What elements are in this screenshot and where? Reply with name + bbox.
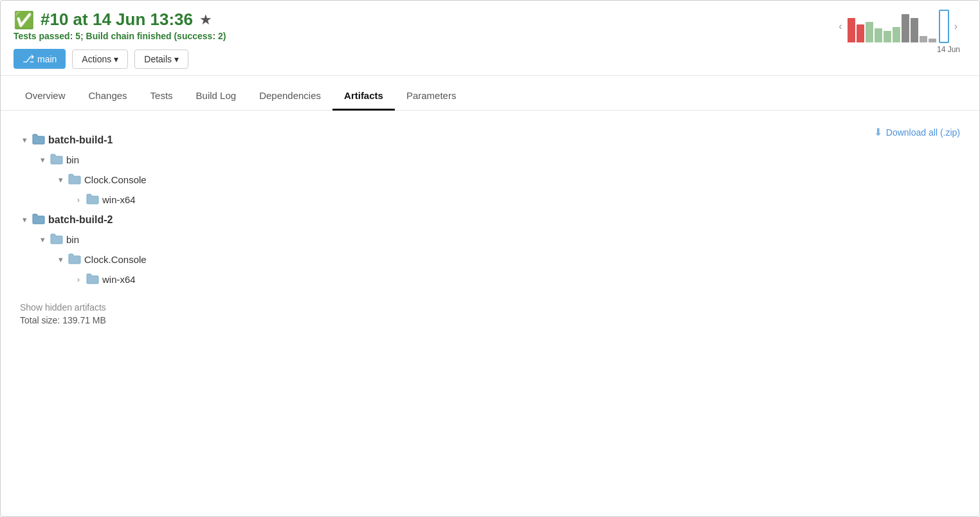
download-all-button[interactable]: ⬇ Download all (.zip) — [874, 126, 960, 138]
details-chevron-icon: ▾ — [174, 54, 179, 64]
tree-item: ▾ Clock.Console — [56, 170, 966, 190]
tree-item-label[interactable]: bin — [66, 234, 79, 245]
chart-bar — [920, 36, 927, 42]
folder-icon — [50, 153, 63, 167]
tab-changes[interactable]: Changes — [77, 82, 139, 111]
tab-parameters[interactable]: Parameters — [395, 82, 468, 111]
tree-item-label[interactable]: batch-build-2 — [48, 214, 113, 226]
chart-bar — [902, 14, 909, 42]
folder-icon — [32, 213, 45, 226]
chart-bar — [875, 28, 882, 42]
chart-bar — [866, 22, 873, 42]
actions-chevron-icon: ▾ — [114, 54, 118, 64]
tree-item-label[interactable]: Clock.Console — [84, 254, 147, 265]
chart-bar — [911, 18, 918, 42]
tab-dependencies[interactable]: Dependencies — [248, 82, 332, 111]
tabs-nav: OverviewChangesTestsBuild LogDependencie… — [1, 82, 979, 111]
chart-bar — [929, 39, 936, 42]
tree-chevron-icon[interactable]: ▾ — [20, 215, 29, 224]
tree-item: › win-x64 — [74, 190, 966, 210]
tree-chevron-icon[interactable]: ▾ — [56, 255, 65, 264]
folder-icon — [68, 253, 81, 266]
mini-chart: ‹ › 14 Jun — [836, 10, 960, 54]
tab-overview[interactable]: Overview — [14, 82, 77, 111]
show-hidden-link[interactable]: Show hidden artifacts — [20, 302, 966, 313]
tree-item-label[interactable]: win-x64 — [102, 194, 136, 205]
download-icon: ⬇ — [874, 126, 882, 138]
tree-chevron-icon[interactable]: ▾ — [38, 235, 47, 244]
tree-item-label[interactable]: bin — [66, 154, 79, 165]
branch-button[interactable]: ⎇ main — [14, 49, 66, 69]
details-label: Details — [144, 54, 172, 64]
details-button[interactable]: Details ▾ — [134, 50, 188, 69]
total-size: Total size: 139.71 MB — [20, 315, 966, 325]
tree-item: › win-x64 — [74, 269, 966, 289]
folder-icon — [32, 133, 45, 147]
artifact-tree: ▾ batch-build-1▾ bin▾ Clock.Console› win… — [20, 130, 966, 289]
branch-icon: ⎇ — [23, 53, 34, 65]
folder-icon — [86, 193, 99, 206]
tab-build-log[interactable]: Build Log — [185, 82, 248, 111]
tree-item: ▾ batch-build-1 — [20, 130, 966, 150]
build-title: #10 at 14 Jun 13:36 — [41, 10, 193, 30]
tree-chevron-icon[interactable]: ▾ — [56, 175, 65, 185]
tab-artifacts[interactable]: Artifacts — [332, 82, 395, 111]
tree-item-label[interactable]: Clock.Console — [84, 174, 147, 185]
actions-label: Actions — [82, 54, 111, 64]
chart-bar — [848, 18, 855, 42]
folder-icon — [50, 233, 63, 246]
chart-bar — [884, 31, 891, 42]
download-all-label: Download all (.zip) — [886, 127, 960, 138]
tree-item-label[interactable]: batch-build-1 — [48, 134, 113, 146]
tree-chevron-icon[interactable]: › — [74, 195, 83, 204]
folder-icon — [86, 273, 99, 286]
tree-chevron-icon[interactable]: ▾ — [20, 135, 29, 145]
success-check-icon: ✅ — [14, 12, 34, 28]
chart-next-arrow[interactable]: › — [952, 19, 960, 33]
artifacts-content: ⬇ Download all (.zip) ▾ batch-build-1▾ b… — [1, 111, 979, 338]
folder-icon — [68, 173, 81, 186]
tab-tests[interactable]: Tests — [139, 82, 185, 111]
build-subtitle: Tests passed: 5; Build chain finished (s… — [14, 31, 966, 41]
actions-button[interactable]: Actions ▾ — [72, 50, 128, 69]
chart-prev-arrow[interactable]: ‹ — [836, 19, 844, 33]
tree-item: ▾ Clock.Console — [56, 249, 966, 269]
star-icon[interactable]: ★ — [199, 12, 212, 28]
tree-item: ▾ bin — [38, 230, 966, 249]
tree-item: ▾ batch-build-2 — [20, 210, 966, 230]
tree-chevron-icon[interactable]: ▾ — [38, 155, 47, 165]
branch-label: main — [37, 54, 57, 64]
tree-chevron-icon[interactable]: › — [74, 275, 83, 284]
chart-date: 14 Jun — [937, 45, 960, 54]
tree-item: ▾ bin — [38, 150, 966, 170]
chart-bar — [857, 24, 864, 42]
chart-bar — [893, 27, 900, 42]
chart-selected-box — [939, 10, 949, 43]
tree-item-label[interactable]: win-x64 — [102, 274, 136, 285]
